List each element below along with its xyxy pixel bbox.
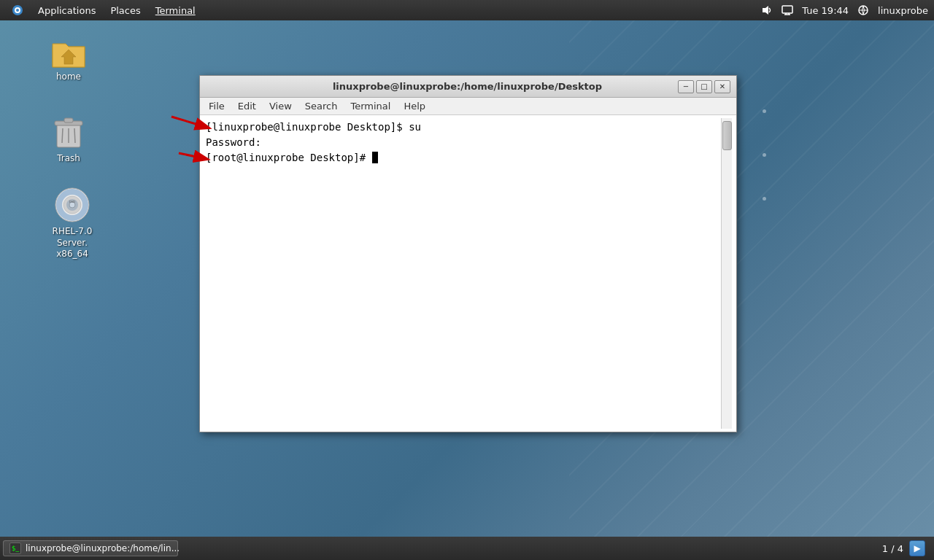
terminal-title: linuxprobe@linuxprobe:/home/linuxprobe/D… [257,81,678,92]
desktop-icon-home[interactable]: home [39,35,98,86]
taskbar-left: Applications Places Terminal [6,3,201,18]
desktop-icon-trash[interactable]: Trash [39,111,98,168]
places-menu[interactable]: Places [104,4,146,18]
display-icon[interactable] [781,4,793,16]
network-icon[interactable] [857,4,869,16]
taskbar-bottom: $_ linuxprobe@linuxprobe:/home/lin... 1 … [0,537,934,560]
datetime-display: Tue 19:44 [802,5,849,16]
terminal-line-3: [root@linuxprobe Desktop]# [206,150,719,166]
svg-point-2 [16,9,19,12]
menu-terminal[interactable]: Terminal [344,99,396,113]
desktop-icon-dvd[interactable]: DVD RHEL-7.0 Server. x86_64 [39,184,105,263]
svg-marker-3 [763,6,768,15]
terminal-window: linuxprobe@linuxprobe:/home/linuxprobe/D… [199,75,737,432]
close-button[interactable]: ✕ [714,80,730,93]
terminal-line-2: Password: [206,135,719,150]
terminal-titlebar: linuxprobe@linuxprobe:/home/linuxprobe/D… [200,76,736,98]
svg-rect-4 [782,6,792,13]
terminal-scrollbar[interactable] [721,118,732,429]
volume-icon[interactable] [761,4,773,16]
taskbar-right: Tue 19:44 linuxprobe [761,4,928,16]
terminal-menu[interactable]: Terminal [150,4,201,18]
menu-file[interactable]: File [203,99,231,113]
terminal-text[interactable]: [linuxprobe@linuxprobe Desktop]$ su Pass… [204,118,721,429]
applications-menu[interactable]: Applications [32,4,101,18]
taskbar-top: Applications Places Terminal [0,0,934,20]
trash-icon [53,114,85,150]
menu-help[interactable]: Help [398,99,431,113]
dvd-icon-label: RHEL-7.0 Server. x86_64 [42,226,102,260]
fedora-menu-button[interactable] [6,3,29,18]
menu-view[interactable]: View [263,99,298,113]
minimize-button[interactable]: − [678,80,694,93]
svg-line-16 [74,128,75,143]
workspace-next-button[interactable]: ▶ [909,540,925,556]
terminal-line-1: [linuxprobe@linuxprobe Desktop]$ su [206,120,719,135]
terminal-taskbar-icon: $_ [9,542,21,554]
terminal-taskbar-label: linuxprobe@linuxprobe:/home/lin... [26,543,180,553]
svg-line-14 [62,128,63,143]
menu-edit[interactable]: Edit [232,99,262,113]
dvd-icon: DVD [54,187,90,223]
terminal-cursor [372,152,378,163]
window-controls: − □ ✕ [678,80,730,93]
pager-display: 1 / 4 [882,543,903,554]
home-folder-icon [51,38,86,69]
taskbar-bottom-right: 1 / 4 ▶ [882,540,931,556]
desktop: Applications Places Terminal [0,0,934,560]
fedora-icon [12,4,23,16]
svg-text:DVD: DVD [69,200,76,203]
menu-search[interactable]: Search [299,99,344,113]
username-display: linuxprobe [878,5,928,16]
home-icon-label: home [56,71,81,83]
maximize-button[interactable]: □ [696,80,712,93]
svg-rect-13 [64,118,73,122]
terminal-menubar: File Edit View Search Terminal Help [200,98,736,115]
terminal-taskbar-item[interactable]: $_ linuxprobe@linuxprobe:/home/lin... [3,540,178,556]
terminal-content[interactable]: [linuxprobe@linuxprobe Desktop]$ su Pass… [200,115,736,432]
trash-icon-label: Trash [57,153,80,165]
scrollbar-thumb[interactable] [722,121,732,150]
